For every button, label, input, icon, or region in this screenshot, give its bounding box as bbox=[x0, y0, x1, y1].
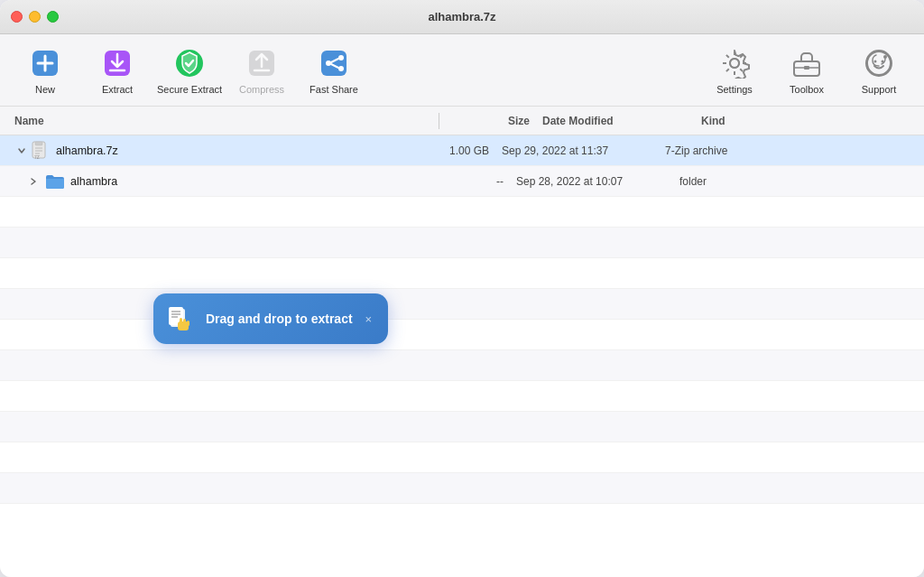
dnd-tooltip-text: Drag and drop to extract bbox=[206, 312, 353, 326]
toolbar-toolbox-label: Toolbox bbox=[790, 84, 824, 95]
toolbar-secure-extract-button[interactable]: Secure Extract bbox=[153, 39, 226, 102]
row-size: -- bbox=[413, 175, 504, 188]
row-date: Sep 28, 2022 at 10:07 bbox=[504, 175, 679, 188]
toolbar-settings-label: Settings bbox=[716, 84, 753, 95]
svg-point-29 bbox=[867, 51, 891, 75]
row-date: Sep 29, 2022 at 11:37 bbox=[489, 144, 665, 157]
toolbar-extract-label: Extract bbox=[102, 84, 133, 95]
svg-point-31 bbox=[882, 60, 884, 62]
empty-row bbox=[0, 350, 924, 381]
col-kind-header[interactable]: Kind bbox=[701, 115, 725, 127]
empty-row bbox=[0, 473, 924, 504]
toolbar-fast-share-label: Fast Share bbox=[310, 84, 358, 95]
col-size-header[interactable]: Size bbox=[439, 115, 530, 127]
app-window: alhambra.7z New Extra bbox=[0, 0, 924, 577]
row-kind: folder bbox=[679, 175, 707, 188]
toolbar-new-button[interactable]: New bbox=[9, 39, 81, 102]
close-button[interactable] bbox=[11, 11, 23, 23]
svg-line-22 bbox=[726, 69, 729, 71]
empty-row bbox=[0, 197, 924, 228]
archive-icon: 7Z bbox=[31, 141, 51, 161]
svg-line-19 bbox=[726, 54, 729, 57]
toolbox-icon bbox=[790, 46, 824, 80]
toolbar-new-label: New bbox=[35, 84, 55, 95]
svg-point-10 bbox=[326, 60, 331, 66]
column-headers: Name Size Date Modified Kind bbox=[0, 107, 924, 135]
svg-rect-33 bbox=[35, 142, 42, 145]
row-filename: alhambra bbox=[70, 175, 413, 188]
toolbar-support-button[interactable]: Support bbox=[843, 39, 915, 102]
toolbar-support-label: Support bbox=[862, 84, 897, 95]
compress-icon bbox=[245, 46, 279, 80]
table-row[interactable]: 7Z alhambra.7z 1.00 GB Sep 29, 2022 at 1… bbox=[0, 135, 924, 166]
fast-share-icon bbox=[317, 46, 351, 80]
minimize-button[interactable] bbox=[29, 11, 41, 23]
empty-row bbox=[0, 289, 924, 320]
svg-point-23 bbox=[730, 59, 739, 68]
toolbar-compress-button[interactable]: Compress bbox=[226, 39, 298, 102]
settings-icon bbox=[717, 46, 752, 80]
toolbar-extract-button[interactable]: Extract bbox=[81, 39, 153, 102]
svg-point-11 bbox=[338, 66, 344, 71]
folder-icon bbox=[45, 172, 65, 191]
dnd-drag-icon bbox=[164, 302, 197, 335]
svg-point-30 bbox=[874, 60, 877, 62]
row-filename: alhambra.7z bbox=[56, 144, 399, 157]
maximize-button[interactable] bbox=[47, 11, 59, 23]
toolbar-toolbox-button[interactable]: Toolbox bbox=[771, 39, 843, 102]
disclosure-arrow-expanded[interactable] bbox=[14, 144, 29, 158]
empty-row bbox=[0, 442, 924, 473]
disclosure-arrow-collapsed[interactable] bbox=[29, 177, 43, 186]
svg-text:7Z: 7Z bbox=[34, 154, 40, 160]
toolbar-compress-label: Compress bbox=[239, 84, 284, 95]
dnd-close-button[interactable]: × bbox=[365, 312, 373, 326]
window-title: alhambra.7z bbox=[428, 10, 495, 23]
svg-rect-45 bbox=[183, 319, 186, 325]
svg-rect-46 bbox=[187, 321, 189, 326]
toolbar-secure-extract-label: Secure Extract bbox=[157, 84, 222, 95]
toolbar-settings-button[interactable]: Settings bbox=[698, 39, 771, 102]
file-list: 7Z alhambra.7z 1.00 GB Sep 29, 2022 at 1… bbox=[0, 135, 924, 577]
secure-extract-icon bbox=[172, 46, 207, 80]
svg-point-9 bbox=[338, 55, 344, 60]
new-icon bbox=[28, 46, 62, 80]
col-name-header[interactable]: Name bbox=[14, 115, 439, 127]
dnd-tooltip: Drag and drop to extract × bbox=[153, 293, 388, 344]
svg-rect-44 bbox=[180, 318, 182, 325]
empty-row bbox=[0, 258, 924, 289]
row-kind: 7-Zip archive bbox=[665, 144, 727, 157]
svg-rect-8 bbox=[321, 51, 346, 76]
toolbar: New Extract Secure Extract bbox=[0, 34, 924, 107]
col-date-header[interactable]: Date Modified bbox=[530, 115, 701, 127]
title-bar: alhambra.7z bbox=[0, 0, 924, 34]
extract-icon bbox=[100, 46, 134, 80]
empty-row bbox=[0, 412, 924, 442]
support-icon bbox=[862, 46, 896, 80]
row-size: 1.00 GB bbox=[399, 144, 489, 157]
svg-line-20 bbox=[740, 69, 743, 71]
empty-row bbox=[0, 381, 924, 412]
empty-row bbox=[0, 228, 924, 258]
empty-rows bbox=[0, 197, 924, 504]
svg-rect-26 bbox=[804, 66, 809, 70]
traffic-lights bbox=[11, 11, 59, 23]
empty-row bbox=[0, 320, 924, 350]
table-row[interactable]: alhambra -- Sep 28, 2022 at 10:07 folder bbox=[0, 166, 924, 197]
toolbar-fast-share-button[interactable]: Fast Share bbox=[298, 39, 370, 102]
